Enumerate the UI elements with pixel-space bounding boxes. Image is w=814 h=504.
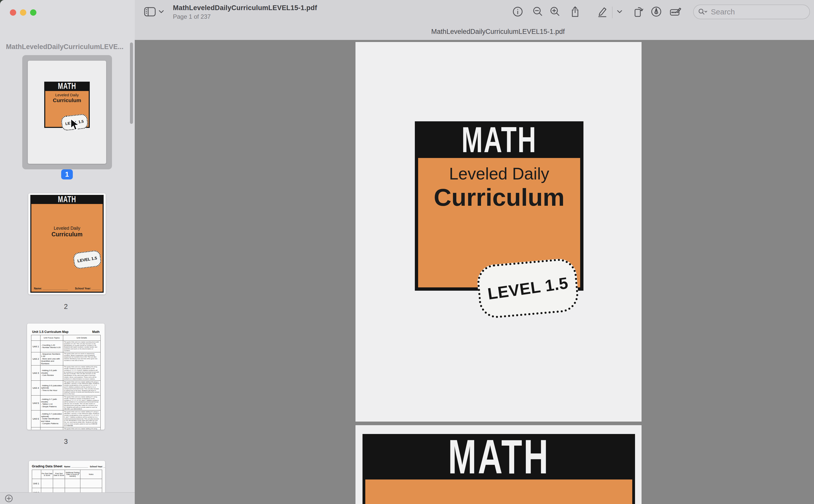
pdf-page-2: MATH bbox=[355, 425, 642, 504]
search-icon bbox=[698, 8, 707, 16]
gs-col-additional: Additional Testing Date & Score (if need… bbox=[65, 470, 80, 479]
minimize-button[interactable] bbox=[20, 9, 26, 16]
cover-header-text: MATH bbox=[461, 119, 537, 161]
thumb2-school-year-label: School Year: ______ bbox=[75, 287, 101, 290]
thumbnail-page-3[interactable]: Unit 1.5 Curriculum Map Math Unit Focus … bbox=[27, 324, 105, 430]
thumb2-name-label: Name: _________________ bbox=[34, 287, 68, 290]
col-details: Unit Details bbox=[63, 335, 101, 341]
cover-title-line1: Leveled Daily bbox=[418, 164, 580, 183]
plus-icon bbox=[5, 494, 13, 503]
sidebar-icon bbox=[143, 6, 156, 18]
thumb2-line2: Curriculum bbox=[31, 231, 103, 238]
sidebar-toggle-chevron[interactable] bbox=[157, 5, 166, 18]
share-icon bbox=[570, 6, 581, 17]
thumb2-level-badge: LEVEL 1.5 bbox=[73, 250, 102, 269]
curriculum-map-subject: Math bbox=[92, 330, 100, 334]
grading-name-label: Name: ______________ bbox=[64, 465, 88, 468]
thumb1-line1: Leveled Daily bbox=[45, 93, 89, 97]
page-indicator: Page 1 of 237 bbox=[173, 13, 317, 20]
rotate-icon bbox=[632, 6, 644, 17]
cover-logo: MATH Leveled Daily Curriculum LEVEL 1.5 bbox=[415, 121, 583, 291]
cover-header-text: MATH bbox=[448, 429, 549, 485]
chevron-down-icon bbox=[159, 10, 164, 13]
markup-pencil-icon bbox=[596, 6, 608, 17]
close-button[interactable] bbox=[10, 9, 16, 16]
table-row: Unit 5 - Adding 0-7 (with visuals)- Tall… bbox=[31, 396, 101, 410]
zoom-in-icon bbox=[550, 6, 561, 17]
thumb2-name-row: Name: _________________ School Year: ___… bbox=[34, 287, 101, 290]
gs-col-pretest: Pre-Test Date & Score bbox=[41, 470, 53, 479]
markup-dropdown-chevron[interactable] bbox=[615, 5, 624, 18]
share-button[interactable] bbox=[569, 5, 582, 18]
chevron-down-icon bbox=[617, 10, 622, 13]
markup-button[interactable] bbox=[596, 5, 609, 18]
cover-logo-page2: MATH bbox=[363, 434, 635, 504]
table-row: Unit 7 - Adding 0-9 (with visuals)- Time… bbox=[31, 427, 101, 430]
thumb2-line1: Leveled Daily bbox=[31, 226, 103, 231]
sidebar-toggle-button[interactable] bbox=[143, 5, 156, 18]
cover-title-line2: Curriculum bbox=[418, 183, 580, 212]
annotate-button[interactable] bbox=[650, 5, 663, 18]
add-page-button[interactable] bbox=[5, 494, 13, 503]
toolbar: MathLeveledDailyCurriculumLEVEL15-1.pdf … bbox=[135, 0, 814, 40]
grading-sheet-title: Grading Data Sheet bbox=[32, 464, 62, 468]
thumb2-level-text: LEVEL 1.5 bbox=[77, 256, 97, 263]
col-topics: Unit Focus Topics bbox=[40, 335, 63, 341]
level-badge-text: LEVEL 1.5 bbox=[486, 273, 569, 303]
page-3-number: 3 bbox=[27, 438, 105, 446]
level-badge: LEVEL 1.5 bbox=[476, 257, 580, 319]
toolbar-divider bbox=[612, 7, 613, 18]
preview-window: MathLeveledDailyCurriculumLEVEL15-1.pdf … bbox=[0, 0, 814, 504]
thumb2-cover: MATH Leveled Daily Curriculum LEVEL 1.5 … bbox=[30, 195, 104, 293]
thumb1-cover-logo: MATH Leveled Daily Curriculum LEVEL 1.5 bbox=[44, 82, 90, 128]
search-input[interactable] bbox=[710, 7, 796, 16]
gs-col-posttest: Post-Test Date & Score bbox=[53, 470, 65, 479]
table-row: Unit 1 - Counting 1-20- Number Words 0-2… bbox=[31, 341, 101, 352]
fill-form-button[interactable] bbox=[669, 5, 682, 18]
sidebar-bottom-bar bbox=[0, 492, 135, 504]
grading-school-year-label: School Year: ________ bbox=[90, 465, 105, 468]
form-fill-icon bbox=[669, 6, 682, 17]
thumbnail-page-2[interactable]: MATH Leveled Daily Curriculum LEVEL 1.5 … bbox=[28, 193, 106, 294]
table-row: Unit 6 - Adding 0-7 (calculator optional… bbox=[31, 410, 101, 427]
page-1-badge: 1 bbox=[61, 169, 73, 179]
thumbnail-sidebar: MathLeveledDailyCurriculumLEVE... MATH L… bbox=[0, 0, 135, 504]
document-header-filename: MathLeveledDailyCurriculumLEVEL15-1.pdf bbox=[384, 28, 612, 36]
sidebar-scrollbar[interactable] bbox=[130, 42, 133, 124]
page-1-badge-number: 1 bbox=[65, 171, 69, 178]
info-icon bbox=[512, 6, 523, 17]
table-row: Unit 2 - Sequence Numbers 1-30- More and… bbox=[31, 352, 101, 365]
screen: MathLeveledDailyCurriculumLEVEL15-1.pdf … bbox=[0, 0, 814, 504]
zoom-in-button[interactable] bbox=[549, 5, 562, 18]
window-title: MathLeveledDailyCurriculumLEVEL15-1.pdf bbox=[173, 4, 317, 12]
window-title-block: MathLeveledDailyCurriculumLEVEL15-1.pdf … bbox=[173, 4, 317, 20]
thumb1-math-text: MATH bbox=[58, 81, 76, 91]
table-row: Unit 1 bbox=[32, 479, 102, 488]
thumb1-line2: Curriculum bbox=[45, 97, 89, 103]
rotate-button[interactable] bbox=[631, 5, 645, 18]
curriculum-map-table: Unit Focus Topics Unit Details Unit 1 - … bbox=[31, 335, 101, 430]
info-button[interactable] bbox=[511, 5, 524, 18]
curriculum-map-title: Unit 1.5 Curriculum Map bbox=[32, 330, 69, 334]
pen-nib-circle-icon bbox=[650, 6, 662, 17]
zoom-out-icon bbox=[532, 6, 544, 17]
search-field[interactable] bbox=[693, 5, 810, 19]
table-row: Unit 3 - Adding 0-5 (with visuals)- Coin… bbox=[31, 365, 101, 380]
grading-data-sheet: Grading Data Sheet Name: ______________ … bbox=[29, 461, 105, 497]
zoom-out-button[interactable] bbox=[531, 5, 545, 18]
thumb2-math-text: MATH bbox=[58, 194, 76, 204]
mouse-cursor bbox=[70, 118, 81, 133]
fullscreen-button[interactable] bbox=[30, 9, 36, 16]
gs-col-notes: Notes bbox=[80, 470, 102, 479]
table-row: Unit 4 - Adding 0-5 (calculator optional… bbox=[31, 380, 101, 395]
thumbnail-page-1[interactable]: MATH Leveled Daily Curriculum LEVEL 1.5 bbox=[28, 61, 106, 164]
page-2-number: 2 bbox=[27, 303, 105, 311]
pdf-page-1: MATH Leveled Daily Curriculum LEVEL 1.5 bbox=[355, 42, 642, 422]
curriculum-map: Unit 1.5 Curriculum Map Math Unit Focus … bbox=[27, 324, 105, 430]
sidebar-document-label: MathLeveledDailyCurriculumLEVE... bbox=[4, 43, 125, 51]
